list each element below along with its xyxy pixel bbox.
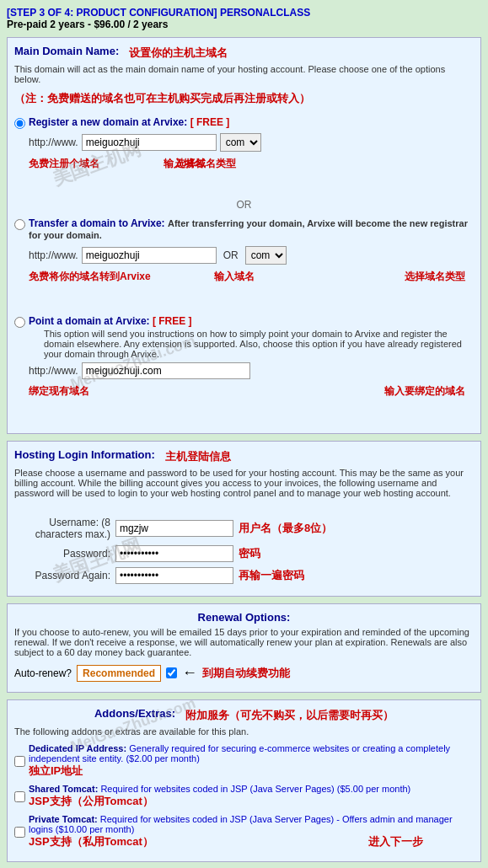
transfer-label[interactable]: Transfer a domain to Arvixe: After trans… <box>29 217 468 241</box>
private-tomcat-label: Private Tomcat: Required for websites co… <box>29 814 453 834</box>
password-label: Password: <box>14 548 115 560</box>
page-wrapper: 美国主机网 MeiGuoZhuJi.com 美国主机网 MeiGuoZhuJi.… <box>0 0 488 868</box>
or-divider-1: OR <box>14 199 474 211</box>
register-domain-input[interactable] <box>82 134 217 151</box>
addons-section: Addons/Extras: 附加服务（可先不购买，以后需要时再买） The f… <box>7 699 481 862</box>
private-tomcat-checkbox[interactable] <box>14 815 25 849</box>
next-step-annot: 进入下一步 <box>368 834 423 849</box>
renewal-desc: If you choose to auto-renew, you will be… <box>14 627 474 657</box>
register-radio[interactable] <box>14 118 25 129</box>
point-option: Point a domain at Arvixe: [ FREE ] This … <box>14 312 474 416</box>
shared-tomcat-label: Shared Tomcat: Required for websites cod… <box>29 784 410 794</box>
arrow-icon: ← <box>182 664 197 682</box>
or-text-2: OR <box>223 249 239 261</box>
point-domain-input[interactable] <box>82 362 250 379</box>
point-label[interactable]: Point a domain at Arvixe: [ FREE ] <box>29 315 192 327</box>
point-radio[interactable] <box>14 317 25 328</box>
domain-section-title: Main Domain Name: <box>14 45 119 57</box>
annot-point-domain: 绑定现有域名 <box>29 384 89 399</box>
domain-section: Main Domain Name: 设置你的主机主域名 This domain … <box>7 37 481 434</box>
dedicated-ip-label: Dedicated IP Address: Generally required… <box>29 743 450 764</box>
password-again-label: Password Again: <box>14 570 115 581</box>
addons-desc: The following addons or extras are avail… <box>14 726 474 737</box>
login-desc: Please choose a username and password to… <box>14 468 474 498</box>
autorenew-annot: 到期自动续费功能 <box>202 666 290 681</box>
annot-transfer-domain: 免费将你的域名转到Arvixe <box>29 270 151 284</box>
username-input[interactable] <box>115 520 233 537</box>
register-ext-select[interactable]: com net org info biz <box>220 133 261 152</box>
register-free: [ FREE ] <box>190 116 230 128</box>
password-input[interactable] <box>115 545 233 562</box>
transfer-domain-input[interactable] <box>82 247 217 264</box>
autorenew-checkbox[interactable] <box>166 667 177 678</box>
annot-register-domain: 免费注册个域名 <box>29 157 99 171</box>
domain-section-desc: This domain will act as the main domain … <box>14 64 474 84</box>
addon-shared-tomcat: Shared Tomcat: Required for websites cod… <box>14 784 474 809</box>
password-row: Password: 密码 <box>14 545 474 562</box>
shared-tomcat-annot: JSP支持（公用Tomcat） <box>29 795 153 807</box>
step-header: [STEP 3 OF 4: PRODUCT CONFIGURATION] PER… <box>7 7 481 19</box>
recommended-badge: Recommended <box>77 665 161 682</box>
point-free: [ FREE ] <box>153 315 192 327</box>
domain-prefix-3: http://www. <box>29 365 78 377</box>
annot-transfer-type: 选择域名类型 <box>405 270 465 284</box>
dedicated-ip-checkbox[interactable] <box>14 744 25 779</box>
login-title-cn: 主机登陆信息 <box>165 449 231 464</box>
annot-transfer-input: 输入域名 <box>214 270 255 284</box>
domain-prefix-1: http://www. <box>29 137 78 148</box>
password-again-annot: 再输一遍密码 <box>239 568 304 583</box>
register-option: Register a new domain at Arvixe: [ FREE … <box>14 113 474 189</box>
password-again-row: Password Again: 再输一遍密码 <box>14 567 474 584</box>
addons-title: Addons/Extras: <box>94 707 175 720</box>
plan-class: PERSONALCLASS <box>220 7 310 19</box>
shared-tomcat-checkbox[interactable] <box>14 785 25 809</box>
annot-point-input: 输入要绑定的域名 <box>384 384 465 399</box>
point-desc: This option will send you instructions o… <box>44 329 474 359</box>
login-section: Hosting Login Information: 主机登陆信息 Please… <box>7 441 481 597</box>
dedicated-ip-annot: 独立IP地址 <box>29 764 83 777</box>
transfer-option: Transfer a domain to Arvixe: After trans… <box>14 214 474 302</box>
plan-detail: Pre-paid 2 years - $96.00 / 2 years <box>7 19 481 30</box>
transfer-ext-select[interactable]: com net org info biz <box>245 246 287 265</box>
transfer-radio[interactable] <box>14 219 25 230</box>
renewal-section: Renewal Options: If you choose to auto-r… <box>7 603 481 693</box>
username-label: Username: (8 characters max.) <box>14 517 115 540</box>
login-title: Hosting Login Information: <box>14 448 155 461</box>
password-again-input[interactable] <box>115 567 233 584</box>
annot-register-type: 选择域名类型 <box>175 157 236 171</box>
domain-prefix-2: http://www. <box>29 249 78 261</box>
private-tomcat-annot: JSP支持（私用Tomcat） <box>29 834 153 849</box>
step-label: [STEP 3 OF 4: PRODUCT CONFIGURATION] <box>7 7 217 19</box>
addon-private-tomcat: Private Tomcat: Required for websites co… <box>14 814 474 849</box>
password-annot: 密码 <box>239 546 260 561</box>
autorenew-row: Auto-renew? Recommended ← 到期自动续费功能 <box>14 664 474 682</box>
register-label[interactable]: Register a new domain at Arvixe: [ FREE … <box>29 116 229 128</box>
domain-note: （注：免费赠送的域名也可在主机购买完成后再注册或转入） <box>14 91 474 106</box>
username-row: Username: (8 characters max.) 用户名（最多8位） <box>14 517 474 540</box>
autorenew-label: Auto-renew? <box>14 667 72 679</box>
addon-dedicated-ip: Dedicated IP Address: Generally required… <box>14 743 474 779</box>
addons-title-cn: 附加服务（可先不购买，以后需要时再买） <box>185 708 394 723</box>
renewal-title: Renewal Options: <box>14 611 474 624</box>
username-annot: 用户名（最多8位） <box>239 521 332 536</box>
domain-title-cn: 设置你的主机主域名 <box>129 46 228 61</box>
